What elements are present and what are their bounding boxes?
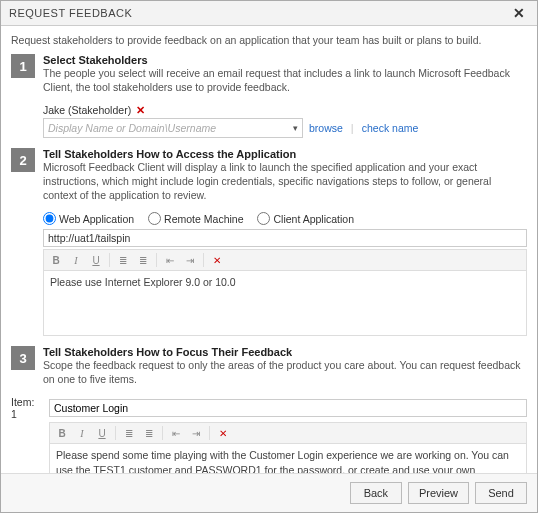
bold-icon[interactable]: B bbox=[48, 252, 64, 268]
browse-link[interactable]: browse bbox=[309, 122, 343, 134]
stakeholder-placeholder: Display Name or Domain\Username bbox=[48, 122, 216, 134]
number-list-icon[interactable]: ≣ bbox=[141, 425, 157, 441]
dialog-content: Request stakeholders to provide feedback… bbox=[1, 26, 537, 473]
outdent-icon[interactable]: ⇤ bbox=[162, 252, 178, 268]
link-separator: | bbox=[351, 122, 354, 134]
step-2-badge: 2 bbox=[11, 148, 35, 172]
item-title-input[interactable] bbox=[49, 399, 527, 417]
clear-format-icon[interactable]: ✕ bbox=[215, 425, 231, 441]
toolbar-step3: B I U ≣ ≣ ⇤ ⇥ ✕ bbox=[49, 422, 527, 443]
chevron-down-icon: ▾ bbox=[293, 123, 298, 133]
check-name-link[interactable]: check name bbox=[362, 122, 419, 134]
number-list-icon[interactable]: ≣ bbox=[135, 252, 151, 268]
url-input[interactable] bbox=[43, 229, 527, 247]
step-1-body: Jake (Stakeholder) ✕ Display Name or Dom… bbox=[43, 104, 527, 138]
step-2-body: Web Application Remote Machine Client Ap… bbox=[43, 212, 527, 336]
bullet-list-icon[interactable]: ≣ bbox=[121, 425, 137, 441]
underline-icon[interactable]: U bbox=[88, 252, 104, 268]
step-3-desc: Scope the feedback request to only the a… bbox=[43, 359, 527, 386]
indent-icon[interactable]: ⇥ bbox=[182, 252, 198, 268]
request-feedback-dialog: REQUEST FEEDBACK ✕ Request stakeholders … bbox=[0, 0, 538, 513]
step-1: 1 Select Stakeholders The people you sel… bbox=[11, 54, 527, 94]
selected-stakeholder: Jake (Stakeholder) ✕ bbox=[43, 104, 527, 116]
titlebar: REQUEST FEEDBACK ✕ bbox=[1, 1, 537, 26]
focus-instructions-editor[interactable]: Please spend some time playing with the … bbox=[49, 443, 527, 473]
close-button[interactable]: ✕ bbox=[509, 5, 529, 21]
clear-format-icon[interactable]: ✕ bbox=[209, 252, 225, 268]
radio-web-application[interactable]: Web Application bbox=[43, 212, 134, 225]
radio-remote-machine[interactable]: Remote Machine bbox=[148, 212, 243, 225]
step-2-desc: Microsoft Feedback Client will display a… bbox=[43, 161, 527, 202]
remove-stakeholder-button[interactable]: ✕ bbox=[136, 104, 145, 116]
step-1-badge: 1 bbox=[11, 54, 35, 78]
stakeholder-name: Jake (Stakeholder) bbox=[43, 104, 131, 116]
send-button[interactable]: Send bbox=[475, 482, 527, 504]
stakeholder-combo[interactable]: Display Name or Domain\Username ▾ bbox=[43, 118, 303, 138]
italic-icon[interactable]: I bbox=[74, 425, 90, 441]
bullet-list-icon[interactable]: ≣ bbox=[115, 252, 131, 268]
intro-text: Request stakeholders to provide feedback… bbox=[11, 34, 527, 46]
access-instructions-editor[interactable]: Please use Internet Explorer 9.0 or 10.0 bbox=[43, 270, 527, 336]
preview-button[interactable]: Preview bbox=[408, 482, 469, 504]
radio-client-application[interactable]: Client Application bbox=[257, 212, 354, 225]
step-3: 3 Tell Stakeholders How to Focus Their F… bbox=[11, 346, 527, 386]
outdent-icon[interactable]: ⇤ bbox=[168, 425, 184, 441]
indent-icon[interactable]: ⇥ bbox=[188, 425, 204, 441]
step-2-title: Tell Stakeholders How to Access the Appl… bbox=[43, 148, 527, 160]
step-3-badge: 3 bbox=[11, 346, 35, 370]
radio-remote-input[interactable] bbox=[148, 212, 161, 225]
item-label: Item: 1 bbox=[11, 396, 43, 420]
radio-client-input[interactable] bbox=[257, 212, 270, 225]
underline-icon[interactable]: U bbox=[94, 425, 110, 441]
toolbar-step2: B I U ≣ ≣ ⇤ ⇥ ✕ bbox=[43, 249, 527, 270]
step-3-title: Tell Stakeholders How to Focus Their Fee… bbox=[43, 346, 527, 358]
step-1-desc: The people you select will receive an em… bbox=[43, 67, 527, 94]
bold-icon[interactable]: B bbox=[54, 425, 70, 441]
step-3-body: Item: 1 B I U ≣ ≣ ⇤ ⇥ ✕ Ple bbox=[11, 396, 527, 473]
back-button[interactable]: Back bbox=[350, 482, 402, 504]
dialog-footer: Back Preview Send bbox=[1, 473, 537, 512]
italic-icon[interactable]: I bbox=[68, 252, 84, 268]
step-2: 2 Tell Stakeholders How to Access the Ap… bbox=[11, 148, 527, 202]
dialog-title: REQUEST FEEDBACK bbox=[9, 7, 132, 19]
step-1-title: Select Stakeholders bbox=[43, 54, 527, 66]
radio-web-input[interactable] bbox=[43, 212, 56, 225]
